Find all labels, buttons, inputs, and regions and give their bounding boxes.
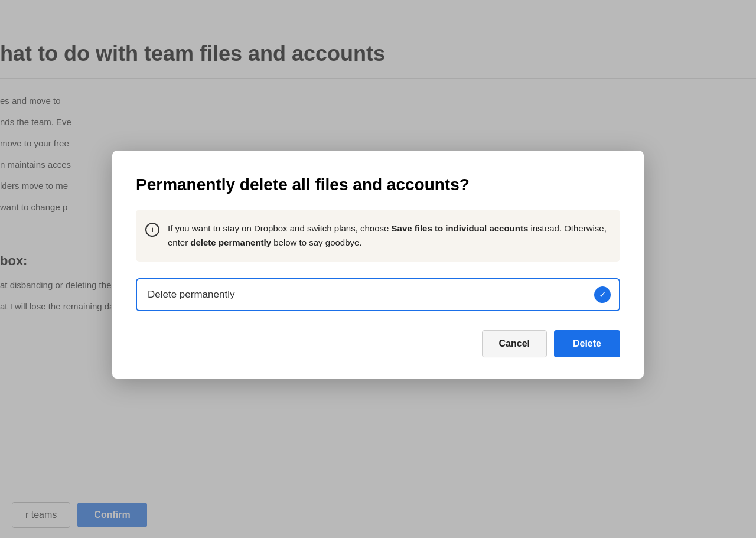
delete-button[interactable]: Delete [554, 330, 620, 357]
info-text-bold2: delete permanently [190, 237, 271, 247]
delete-confirm-input[interactable] [136, 278, 620, 311]
delete-confirmation-modal: Permanently delete all files and account… [112, 151, 644, 379]
info-text-bold1: Save files to individual accounts [392, 223, 529, 233]
info-box-text: If you want to stay on Dropbox and switc… [168, 221, 608, 250]
modal-title: Permanently delete all files and account… [136, 174, 620, 195]
info-icon: i [145, 223, 159, 237]
info-text-part1: If you want to stay on Dropbox and switc… [168, 223, 392, 233]
input-checkmark-icon: ✓ [594, 286, 611, 303]
info-text-part3: below to say goodbye. [271, 237, 361, 247]
info-box: i If you want to stay on Dropbox and swi… [136, 210, 620, 262]
confirm-input-wrapper: ✓ [136, 278, 620, 311]
cancel-button[interactable]: Cancel [482, 330, 547, 357]
modal-actions: Cancel Delete [136, 330, 620, 357]
